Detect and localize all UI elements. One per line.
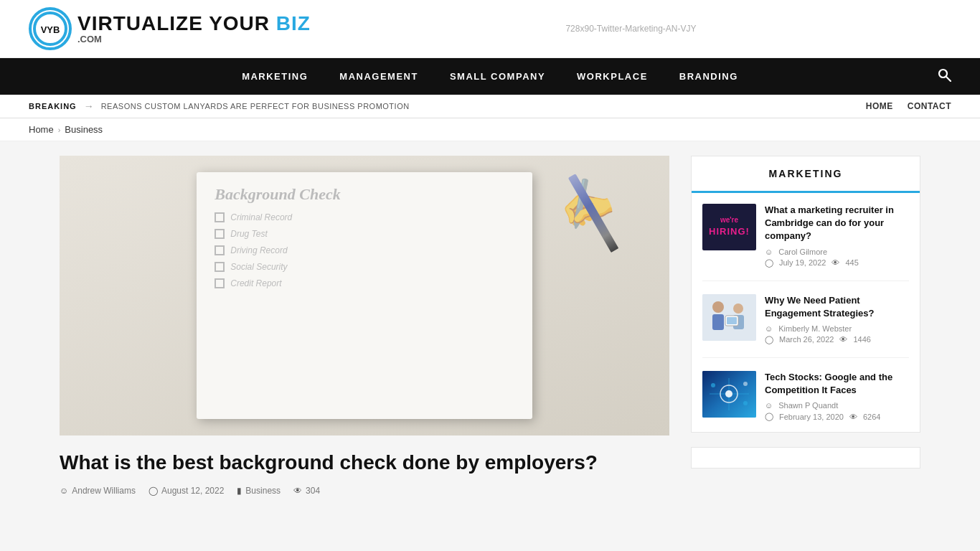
breaking-arrow: → xyxy=(84,100,94,112)
svg-point-15 xyxy=(725,390,732,397)
contact-link[interactable]: CONTACT xyxy=(908,101,951,111)
sidebar-item-2: Why We Need Patient Engagement Strategie… xyxy=(702,294,909,358)
breaking-label: BREAKING xyxy=(29,102,77,110)
main-content: Background Check Criminal Record Drug Te… xyxy=(60,156,669,496)
header-banner: 728x90-Twitter-Marketing-AN-VJY xyxy=(311,24,951,34)
category-icon: ▮ xyxy=(237,486,242,496)
hiring-thumb: we'reHIRING! xyxy=(702,204,756,250)
sidebar-views-1: 445 xyxy=(845,258,858,267)
author-icon: ☺ xyxy=(60,486,68,496)
date-sym-1: ◯ xyxy=(765,258,773,268)
site-header: VYB VIRTUALIZE YOUR BIZ .COM 728x90-Twit… xyxy=(0,0,980,58)
author-sym-3: ☺ xyxy=(765,401,773,410)
views-meta: 👁 304 xyxy=(293,486,320,496)
sidebar-author-2: Kimberly M. Webster xyxy=(778,324,852,333)
svg-line-3 xyxy=(946,77,951,81)
article-views: 304 xyxy=(306,486,320,496)
nav-management[interactable]: MANAGEMENT xyxy=(324,58,434,95)
svg-point-16 xyxy=(711,383,715,387)
svg-text:VYB: VYB xyxy=(41,24,60,35)
search-icon[interactable] xyxy=(937,67,951,85)
category-meta: ▮ Business xyxy=(237,486,281,496)
author-sym-2: ☺ xyxy=(765,324,773,333)
sidebar-item-meta-1: ☺ Carol Gilmore ◯ July 19, 2022 👁 445 xyxy=(765,248,909,268)
svg-rect-10 xyxy=(727,317,737,324)
sidebar-date-2: March 26, 2022 xyxy=(779,335,834,344)
author-meta: ☺ Andrew Williams xyxy=(60,486,136,496)
breadcrumb-sep: › xyxy=(58,126,61,134)
sidebar: MARKETING we'reHIRING! What a marketing … xyxy=(691,156,920,496)
patient-thumb xyxy=(702,294,756,341)
sidebar-items: we'reHIRING! What a marketing recruiter … xyxy=(692,193,920,432)
logo-text: VIRTUALIZE YOUR BIZ xyxy=(77,14,311,34)
article-image: Background Check Criminal Record Drug Te… xyxy=(60,156,669,435)
sidebar-date-3: February 13, 2020 xyxy=(779,413,844,421)
author-sym-1: ☺ xyxy=(765,248,773,256)
sidebar-item-meta-2: ☺ Kimberly M. Webster ◯ March 26, 2022 👁… xyxy=(765,324,909,344)
sidebar-item-1: we'reHIRING! What a marketing recruiter … xyxy=(702,204,909,281)
views-sym-2: 👁 xyxy=(839,335,847,344)
views-sym-3: 👁 xyxy=(849,413,857,421)
nav-marketing[interactable]: MARKETING xyxy=(226,58,324,95)
sidebar-author-1: Carol Gilmore xyxy=(778,248,827,256)
svg-point-18 xyxy=(743,382,748,386)
breadcrumb-current: Business xyxy=(65,124,103,135)
sidebar-item-title-3[interactable]: Tech Stocks: Google and the Competition … xyxy=(765,371,909,397)
article-title: What is the best background check done b… xyxy=(60,450,669,476)
sidebar-item-content-1: What a marketing recruiter in Cambridge … xyxy=(765,204,909,268)
svg-point-5 xyxy=(712,301,724,313)
bg-check-heading: Background Check xyxy=(215,185,514,204)
article-image-inner: Background Check Criminal Record Drug Te… xyxy=(60,156,669,435)
nav-workplace[interactable]: WORKPLACE xyxy=(561,58,664,95)
sidebar-item-meta-3: ☺ Shawn P Quandt ◯ February 13, 2020 👁 6… xyxy=(765,401,909,421)
article-category: Business xyxy=(245,486,281,496)
breaking-bar: BREAKING → REASONS CUSTOM LANYARDS ARE P… xyxy=(0,95,980,118)
sidebar-thumb-3 xyxy=(702,371,756,418)
date-sym-2: ◯ xyxy=(765,335,773,344)
author-name: Andrew Williams xyxy=(72,486,136,496)
logo-com: .COM xyxy=(77,34,311,44)
tech-thumb xyxy=(702,371,756,418)
sidebar-item-title-1[interactable]: What a marketing recruiter in Cambridge … xyxy=(765,204,909,243)
home-link[interactable]: HOME xyxy=(866,101,893,111)
sidebar-item-content-2: Why We Need Patient Engagement Strategie… xyxy=(765,294,909,344)
date-icon: ◯ xyxy=(149,486,158,496)
views-sym-1: 👁 xyxy=(831,258,839,267)
date-sym-3: ◯ xyxy=(765,412,773,421)
content-wrapper: Background Check Criminal Record Drug Te… xyxy=(31,156,949,496)
article-date: August 12, 2022 xyxy=(161,486,224,496)
breadcrumb-home[interactable]: Home xyxy=(29,124,54,135)
breadcrumb: Home › Business xyxy=(0,118,980,141)
sidebar-views-3: 6264 xyxy=(863,413,880,421)
svg-point-7 xyxy=(733,303,743,314)
svg-rect-6 xyxy=(712,314,724,330)
nav-small-company[interactable]: SMALL COMPANY xyxy=(434,58,561,95)
logo-area: VYB VIRTUALIZE YOUR BIZ .COM xyxy=(29,7,311,50)
sidebar-author-3: Shawn P Quandt xyxy=(778,401,838,410)
sidebar-item-content-3: Tech Stocks: Google and the Competition … xyxy=(765,371,909,421)
article-meta: ☺ Andrew Williams ◯ August 12, 2022 ▮ Bu… xyxy=(60,486,669,496)
nav-branding[interactable]: BRANDING xyxy=(664,58,754,95)
svg-point-17 xyxy=(743,401,748,405)
sidebar-marketing-title: MARKETING xyxy=(692,156,920,193)
breaking-left: BREAKING → REASONS CUSTOM LANYARDS ARE P… xyxy=(29,100,410,112)
main-nav: MARKETING MANAGEMENT SMALL COMPANY WORKP… xyxy=(0,58,980,95)
sidebar-item-title-2[interactable]: Why We Need Patient Engagement Strategie… xyxy=(765,294,909,320)
sidebar-section-bottom xyxy=(691,447,920,468)
sidebar-item-3: Tech Stocks: Google and the Competition … xyxy=(702,371,909,421)
views-icon: 👁 xyxy=(293,486,302,496)
sidebar-date-1: July 19, 2022 xyxy=(779,258,826,267)
sidebar-thumb-1: we'reHIRING! xyxy=(702,204,756,250)
marketing-sidebar-section: MARKETING we'reHIRING! What a marketing … xyxy=(691,156,920,433)
logo-circle: VYB xyxy=(29,7,72,50)
breaking-text: REASONS CUSTOM LANYARDS ARE PERFECT FOR … xyxy=(101,102,410,110)
breaking-right: HOME CONTACT xyxy=(866,101,951,111)
date-meta: ◯ August 12, 2022 xyxy=(149,486,224,496)
sidebar-thumb-2 xyxy=(702,294,756,341)
sidebar-views-2: 1446 xyxy=(853,335,870,344)
